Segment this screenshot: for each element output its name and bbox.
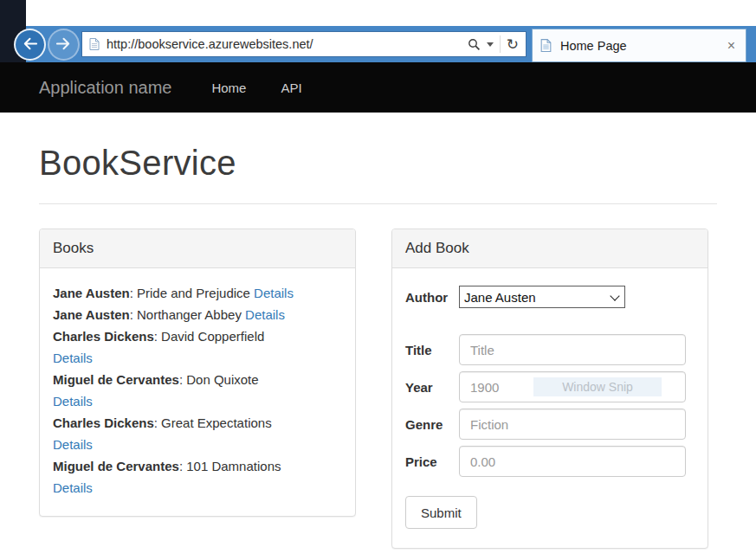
book-row: Miguel de Cervantes: Don Quixote Details <box>53 369 342 412</box>
divider <box>39 203 717 204</box>
book-title: Pride and Prejudice <box>137 286 250 300</box>
books-list: Jane Austen: Pride and Prejudice Details… <box>40 268 355 516</box>
address-divider <box>500 35 501 53</box>
refresh-icon[interactable]: ↻ <box>507 37 519 52</box>
url-text: http://bookservice.azurewebsites.net/ <box>107 37 461 51</box>
book-title: Great Expectations <box>161 415 272 430</box>
title-input[interactable] <box>459 334 686 365</box>
author-label: Author <box>405 290 459 305</box>
book-title: Northanger Abbey <box>137 307 242 322</box>
book-separator: : <box>130 307 137 322</box>
book-separator: : <box>130 286 137 300</box>
navbar-brand[interactable]: Application name <box>39 78 171 98</box>
book-author: Jane Austen <box>53 307 130 322</box>
book-details-link[interactable]: Details <box>53 437 93 452</box>
add-book-panel-heading: Add Book <box>392 229 708 268</box>
book-separator: : <box>179 459 186 473</box>
add-book-form: Author Jane Austen Title Year Windo <box>392 268 708 548</box>
book-author: Jane Austen <box>53 286 130 300</box>
price-field-row: Price <box>405 446 695 477</box>
search-dropdown-caret-icon[interactable] <box>487 42 494 47</box>
book-title: Don Quixote <box>186 372 258 387</box>
book-details-link[interactable]: Details <box>245 307 285 322</box>
book-details-link[interactable]: Details <box>53 480 93 495</box>
title-field-row: Title <box>405 334 695 365</box>
page-title: BookService <box>39 144 717 183</box>
browser-chrome: http://bookservice.azurewebsites.net/ ↻ … <box>0 0 756 62</box>
page-doc-icon <box>88 37 100 51</box>
year-label: Year <box>405 380 459 395</box>
panels-row: Books Jane Austen: Pride and Prejudice D… <box>39 229 717 549</box>
book-details-link[interactable]: Details <box>53 351 93 365</box>
submit-button[interactable]: Submit <box>405 496 477 529</box>
book-separator: : <box>154 329 161 344</box>
year-field-row: Year Window Snip <box>405 371 695 402</box>
book-author: Charles Dickens <box>53 415 154 430</box>
add-book-panel: Add Book Author Jane Austen Title <box>391 229 708 549</box>
book-author: Miguel de Cervantes <box>53 372 179 387</box>
forward-button[interactable] <box>49 30 78 59</box>
author-field-row: Author Jane Austen <box>405 286 695 308</box>
book-row: Jane Austen: Northanger Abbey Details <box>53 304 342 325</box>
book-row: Charles Dickens: David Copperfield Detai… <box>53 325 342 369</box>
browser-tab[interactable]: Home Page × <box>532 29 746 62</box>
forward-arrow-icon <box>55 35 72 55</box>
book-author: Miguel de Cervantes <box>53 459 179 473</box>
price-label: Price <box>405 454 459 469</box>
price-input[interactable] <box>459 446 686 477</box>
book-row: Miguel de Cervantes: 101 Damnations Deta… <box>53 455 342 499</box>
book-row: Jane Austen: Pride and Prejudice Details <box>53 282 342 304</box>
tab-close-icon[interactable]: × <box>724 38 739 54</box>
tab-doc-icon <box>540 38 552 53</box>
book-title: 101 Damnations <box>186 459 281 473</box>
book-title: David Copperfield <box>161 329 264 344</box>
genre-label: Genre <box>405 417 459 432</box>
books-panel: Books Jane Austen: Pride and Prejudice D… <box>39 229 356 517</box>
book-details-link[interactable]: Details <box>254 286 294 300</box>
back-button[interactable] <box>16 30 44 59</box>
books-panel-heading: Books <box>40 229 355 268</box>
main-content: BookService Books Jane Austen: Pride and… <box>0 144 756 549</box>
genre-input[interactable] <box>459 409 686 440</box>
address-bar[interactable]: http://bookservice.azurewebsites.net/ ↻ <box>81 31 527 57</box>
address-bar-actions: ↻ <box>461 32 526 56</box>
book-details-link[interactable]: Details <box>53 394 93 409</box>
book-author: Charles Dickens <box>53 329 154 344</box>
back-arrow-icon <box>22 35 38 55</box>
title-label: Title <box>405 343 459 357</box>
tab-title: Home Page <box>560 39 724 53</box>
book-row: Charles Dickens: Great Expectations Deta… <box>53 412 342 455</box>
nav-link-api[interactable]: API <box>281 80 301 95</box>
author-select-wrap: Jane Austen <box>459 286 625 308</box>
nav-link-home[interactable]: Home <box>211 80 246 95</box>
search-icon[interactable] <box>468 38 481 51</box>
author-select[interactable]: Jane Austen <box>460 286 624 307</box>
year-input[interactable] <box>459 371 686 402</box>
submit-row: Submit <box>405 496 695 529</box>
book-separator: : <box>154 415 161 430</box>
app-navbar: Application name Home API <box>0 62 756 113</box>
book-separator: : <box>179 372 186 387</box>
genre-field-row: Genre <box>405 409 695 440</box>
